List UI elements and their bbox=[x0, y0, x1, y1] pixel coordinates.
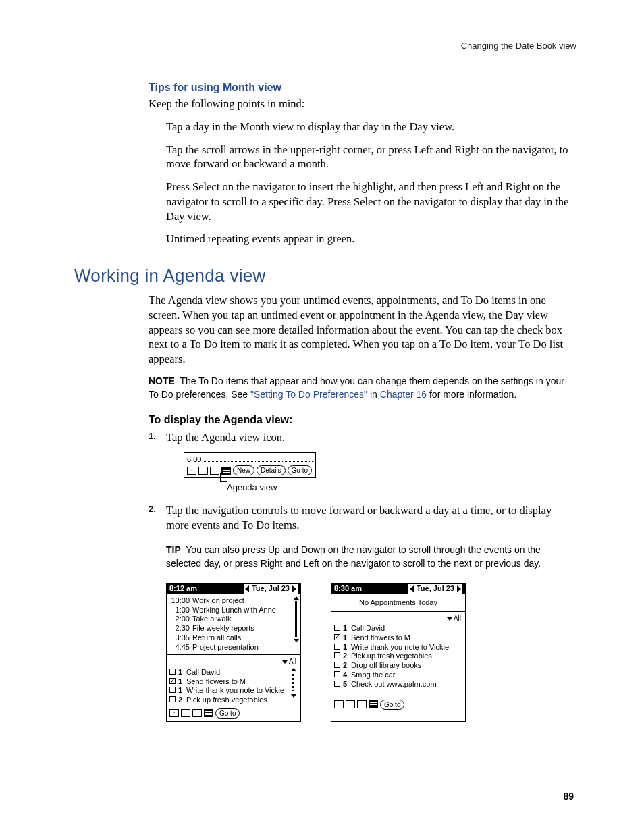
goto-button[interactable]: Go to bbox=[215, 708, 240, 719]
todo-checkbox[interactable] bbox=[169, 669, 176, 675]
details-button[interactable]: Details bbox=[257, 465, 286, 475]
tip-block: TIP You can also press Up and Down on th… bbox=[166, 544, 576, 571]
todo-checkbox[interactable] bbox=[334, 662, 340, 668]
todo-checkbox[interactable] bbox=[169, 696, 176, 702]
todo-checkbox[interactable] bbox=[334, 644, 340, 650]
week-view-icon[interactable] bbox=[181, 709, 190, 717]
event-desc: File weekly reports bbox=[192, 624, 254, 633]
todo-row[interactable]: 1Call David bbox=[169, 668, 298, 677]
tip-item: Tap the scroll arrows in the upper-right… bbox=[166, 142, 576, 172]
todo-priority: 1 bbox=[178, 686, 184, 696]
event-row[interactable]: 3:35Return all calls bbox=[169, 633, 298, 643]
running-header: Changing the Date Book view bbox=[74, 41, 576, 51]
agenda-heading: Working in Agenda view bbox=[74, 265, 576, 286]
next-day-icon[interactable] bbox=[457, 585, 461, 592]
todo-priority: 1 bbox=[343, 624, 348, 633]
month-view-icon[interactable] bbox=[210, 467, 219, 475]
screen-a-time: 8:12 am bbox=[169, 584, 197, 594]
next-day-icon[interactable] bbox=[292, 585, 296, 592]
day-view-icon[interactable]: · bbox=[334, 700, 344, 708]
figure-toolbar: 6:00 · New Details Go to bbox=[184, 452, 576, 492]
todo-checkbox[interactable] bbox=[169, 678, 176, 684]
scroll-down-icon[interactable] bbox=[294, 639, 299, 642]
todo-row[interactable]: 2Drop off library books bbox=[334, 661, 462, 671]
week-view-icon[interactable] bbox=[198, 467, 208, 475]
screen-a-titlebar: 8:12 am Tue, Jul 23 bbox=[167, 583, 300, 594]
todo-checkbox[interactable] bbox=[334, 671, 340, 677]
agenda-view-icon[interactable] bbox=[369, 700, 378, 708]
goto-button[interactable]: Go to bbox=[380, 700, 404, 710]
todo-checkbox[interactable] bbox=[334, 625, 340, 631]
event-row[interactable]: 2:00Take a walk bbox=[169, 615, 298, 624]
screen-b-time: 8:30 am bbox=[334, 584, 362, 594]
month-view-icon[interactable] bbox=[192, 709, 202, 717]
event-row[interactable]: 4:45Project presentation bbox=[169, 643, 298, 652]
month-view-icon[interactable] bbox=[357, 700, 367, 708]
tip-text: You can also press Up and Down on the na… bbox=[166, 544, 541, 569]
new-button[interactable]: New bbox=[233, 465, 254, 475]
todo-checkbox[interactable] bbox=[169, 687, 176, 693]
event-row[interactable]: 10:00Work on project bbox=[169, 596, 298, 606]
todo-priority: 2 bbox=[343, 661, 348, 671]
agenda-view-icon[interactable] bbox=[204, 709, 213, 717]
prev-day-icon[interactable] bbox=[410, 585, 414, 592]
todo-row[interactable]: 1Call David bbox=[334, 624, 462, 633]
note-label: NOTE bbox=[149, 375, 175, 386]
main-content: Tips for using Month view Keep the follo… bbox=[149, 82, 576, 246]
todo-checkbox[interactable] bbox=[334, 681, 340, 687]
step-text: Tap the navigation controls to move forw… bbox=[166, 503, 576, 533]
todo-checkbox[interactable] bbox=[334, 634, 340, 640]
todo-row[interactable]: 1Send flowers to M bbox=[334, 633, 462, 643]
scrollbar-thumb[interactable] bbox=[292, 673, 294, 693]
day-view-icon[interactable]: · bbox=[187, 467, 196, 475]
figure-caption: Agenda view bbox=[227, 482, 576, 492]
todo-priority: 5 bbox=[343, 680, 348, 689]
scroll-up-icon[interactable] bbox=[294, 596, 299, 600]
todo-priority: 4 bbox=[343, 671, 348, 680]
todo-row[interactable]: 1Send flowers to M bbox=[169, 677, 298, 687]
todo-row[interactable]: 2Pick up fresh vegetables bbox=[334, 652, 462, 661]
event-time: 3:35 bbox=[169, 633, 190, 643]
todo-priority: 1 bbox=[343, 633, 348, 643]
note-link-chapter[interactable]: Chapter 16 bbox=[380, 389, 427, 400]
event-row[interactable]: 2:30File weekly reports bbox=[169, 624, 298, 633]
todo-priority: 2 bbox=[178, 696, 184, 705]
screen-a-date-nav[interactable]: Tue, Jul 23 bbox=[244, 584, 298, 594]
page: Changing the Date Book view Tips for usi… bbox=[0, 0, 644, 834]
tips-heading: Tips for using Month view bbox=[149, 82, 576, 94]
category-filter[interactable]: All bbox=[334, 615, 462, 623]
todo-desc: Drop off library books bbox=[351, 661, 421, 671]
agenda-screenshots: 8:12 am Tue, Jul 23 10:00Work on project… bbox=[166, 583, 576, 722]
event-time: 2:30 bbox=[169, 624, 190, 633]
agenda-screen-a: 8:12 am Tue, Jul 23 10:00Work on project… bbox=[166, 583, 301, 722]
todo-desc: Write thank you note to Vickie bbox=[351, 643, 449, 652]
tip-item: Tap a day in the Month view to display t… bbox=[166, 120, 576, 134]
scrollbar-thumb[interactable] bbox=[295, 601, 297, 637]
week-view-icon[interactable] bbox=[346, 700, 355, 708]
note-link-preferences[interactable]: "Setting To Do Preferences" bbox=[250, 389, 367, 400]
todo-desc: Send flowers to M bbox=[351, 633, 410, 643]
palm-toolbar: 6:00 · New Details Go to bbox=[184, 452, 316, 478]
scroll-up-icon[interactable] bbox=[291, 668, 296, 671]
todo-priority: 1 bbox=[343, 643, 348, 652]
todo-row[interactable]: 1Write thank you note to Vickie bbox=[334, 643, 462, 652]
todo-row[interactable]: 5Check out www.palm.com bbox=[334, 680, 462, 689]
category-filter[interactable]: All bbox=[169, 658, 298, 667]
screen-b-date: Tue, Jul 23 bbox=[417, 584, 454, 594]
todo-checkbox[interactable] bbox=[334, 652, 340, 658]
todo-row[interactable]: 1Write thank you note to Vickie bbox=[169, 686, 298, 696]
todo-row[interactable]: 2Pick up fresh vegetables bbox=[169, 696, 298, 705]
prev-day-icon[interactable] bbox=[245, 585, 249, 592]
scroll-down-icon[interactable] bbox=[291, 694, 296, 698]
event-row[interactable]: 1:00Working Lunch with Anne bbox=[169, 606, 298, 615]
todo-desc: Pick up fresh vegetables bbox=[351, 652, 432, 661]
day-view-icon[interactable]: · bbox=[169, 709, 179, 717]
step-text: Tap the Agenda view icon. bbox=[166, 430, 576, 445]
todo-priority: 1 bbox=[178, 677, 184, 687]
event-desc: Project presentation bbox=[192, 643, 259, 652]
agenda-screen-b: 8:30 am Tue, Jul 23 No Appointments Toda… bbox=[331, 583, 466, 722]
todo-row[interactable]: 4Smog the car bbox=[334, 671, 462, 680]
screen-b-date-nav[interactable]: Tue, Jul 23 bbox=[408, 584, 462, 594]
agenda-view-icon[interactable] bbox=[221, 467, 231, 475]
goto-button[interactable]: Go to bbox=[288, 465, 312, 475]
